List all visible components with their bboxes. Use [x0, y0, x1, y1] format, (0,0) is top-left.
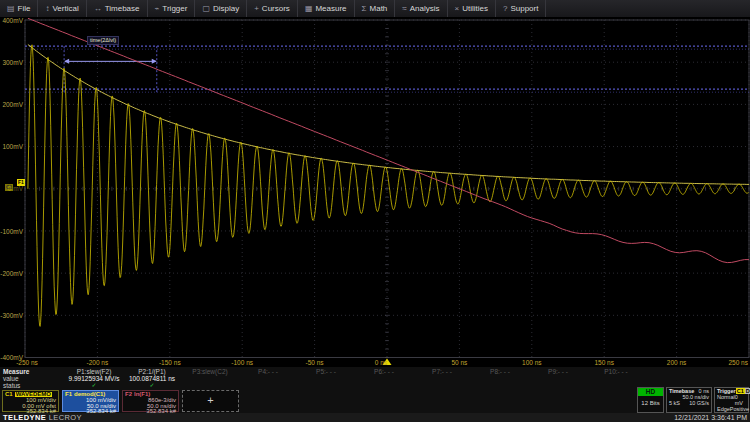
menu-math[interactable]: ΣMath: [355, 0, 396, 17]
cursor-measurement-label[interactable]: time(2Δlvl): [87, 36, 119, 45]
measure-p6-header[interactable]: P6:- - -: [355, 368, 413, 375]
menu-display[interactable]: ▢Display: [195, 0, 247, 17]
measure-p2-status: ✓: [123, 382, 181, 389]
plus-icon: +: [207, 398, 213, 403]
menu-measure-label: Measure: [315, 4, 346, 13]
trigger-icon: ⌁: [155, 5, 160, 13]
add-trace-button[interactable]: +: [182, 390, 239, 412]
waveform-display[interactable]: 400mV 300mV 200mV 100mV 0 mV -100mV -200…: [0, 17, 750, 367]
x-axis-label: 150 ns: [594, 359, 614, 366]
menu-cursors[interactable]: +Cursors: [247, 0, 298, 17]
menu-display-label: Display: [213, 4, 239, 13]
menu-support[interactable]: ?Support: [496, 0, 546, 17]
y-axis-label: 300mV: [0, 59, 23, 66]
display-icon: ▢: [202, 5, 210, 13]
measure-value-row: value 9.99125934 MV/s 100.0874811 ns: [0, 375, 750, 382]
measure-header-row: Measure P1:slew(F2) P2:1/(P1) P3:slew(C2…: [0, 368, 750, 375]
menu-math-label: Math: [370, 4, 388, 13]
measure-p2-header[interactable]: P2:1/(P1): [123, 368, 181, 375]
menu-trigger[interactable]: ⌁Trigger: [148, 0, 196, 17]
measure-p1-value: 9.99125934 MV/s: [65, 375, 123, 382]
timebase-rate: 10 GS/s: [689, 400, 709, 406]
f1-descriptor-box[interactable]: F1demod(C1) 100 mV/div 50.0 ns/div 352.8…: [62, 390, 119, 412]
x-axis-label: 250 ns: [728, 359, 748, 366]
menu-timebase-label: Timebase: [105, 4, 140, 13]
y-axis-label: -200mV: [0, 270, 23, 277]
measure-p5-header[interactable]: P5:- - -: [297, 368, 355, 375]
timebase-samples: 5 kS: [669, 400, 680, 406]
y-axis-label: 100mV: [0, 143, 23, 150]
x-axis-label: 200 ns: [667, 359, 687, 366]
menu-vertical[interactable]: ↕Vertical: [38, 0, 86, 17]
f2-log-trace: [28, 18, 749, 262]
menu-cursors-label: Cursors: [262, 4, 290, 13]
f1-zero-level-marker[interactable]: F1: [17, 179, 25, 186]
menu-support-label: Support: [510, 4, 538, 13]
brand-logo: TELEDYNE LECROY: [3, 413, 82, 422]
measure-p1-header[interactable]: P1:slew(F2): [65, 368, 123, 375]
measure-p9-header[interactable]: P9:- - -: [529, 368, 587, 375]
y-axis-label: 400mV: [0, 17, 23, 24]
menu-utilities[interactable]: ×Utilities: [448, 0, 496, 17]
measure-p10-header[interactable]: P10:- - -: [587, 368, 645, 375]
trigger-type: Edge: [717, 406, 730, 412]
measure-p4-header[interactable]: P4:- - -: [239, 368, 297, 375]
menu-measure[interactable]: ▦Measure: [298, 0, 355, 17]
analysis-icon: ≈: [402, 5, 406, 13]
trigger-box[interactable]: TriggerC1DC Normal0 mV EdgePositive: [714, 387, 749, 413]
brand-lecroy: LECROY: [49, 413, 82, 422]
x-axis-label: -50 ns: [306, 359, 324, 366]
timebase-box[interactable]: Timebase0 ns 50.0 ns/div 5 kS10 GS/s: [666, 387, 712, 413]
y-axis-label: 200mV: [0, 101, 23, 108]
trigger-slope: Positive: [730, 406, 749, 412]
x-axis-label: 0 ns: [375, 359, 387, 366]
status-row-title: status: [0, 382, 65, 389]
status-panel: Measure P1:slew(F2) P2:1/(P1) P3:slew(C2…: [0, 367, 750, 422]
x-axis-label: 50 ns: [451, 359, 467, 366]
oscilloscope-app: ▤File ↕Vertical ↔Timebase ⌁Trigger ▢Disp…: [0, 0, 750, 422]
cursor-overlay: [25, 46, 749, 92]
menu-vertical-label: Vertical: [52, 4, 78, 13]
hd-mode-box[interactable]: HD 12 Bits: [637, 387, 664, 413]
utilities-icon: ×: [455, 5, 460, 13]
f2-descriptor-box[interactable]: F2ln(F1) 860e-3/div 50.0 ns/div 352.834 …: [122, 390, 179, 412]
traces: [28, 18, 749, 326]
datetime-clock: 12/21/2021 3:36:41 PM: [674, 414, 747, 421]
x-axis-label: -200 ns: [87, 359, 109, 366]
cursors-icon: +: [254, 5, 259, 13]
timebase-icon: ↔: [94, 5, 102, 13]
c1-label: C1: [5, 392, 13, 397]
file-icon: ▤: [7, 5, 15, 13]
c1-descriptor-box[interactable]: C1WAVEDEMO 100 mV/div 0.00 mV ofst 352.8…: [2, 390, 59, 412]
graticule-and-traces: [0, 17, 750, 367]
menu-analysis-label: Analysis: [410, 4, 440, 13]
measure-p7-header[interactable]: P7:- - -: [413, 368, 471, 375]
y-axis-label: -300mV: [0, 312, 23, 319]
y-axis-label: -100mV: [0, 228, 23, 235]
menu-analysis[interactable]: ≈Analysis: [395, 0, 447, 17]
c1-zero-level-marker[interactable]: C1: [5, 184, 13, 191]
menu-trigger-label: Trigger: [162, 4, 187, 13]
measure-p1-status: ✓: [65, 382, 123, 389]
measure-icon: ▦: [305, 5, 313, 13]
support-icon: ?: [503, 5, 507, 13]
measure-p3-header[interactable]: P3:slew(C2): [181, 368, 239, 375]
measure-row-title: Measure: [0, 368, 65, 375]
hd-badge: HD: [638, 388, 663, 396]
measure-p2-value: 100.0874811 ns: [123, 375, 181, 382]
menu-file-label: File: [18, 4, 31, 13]
x-axis-label: -250 ns: [16, 359, 38, 366]
x-axis-label: -100 ns: [231, 359, 253, 366]
footer-bar: TELEDYNE LECROY 12/21/2021 3:36:41 PM: [0, 413, 750, 422]
menu-timebase[interactable]: ↔Timebase: [87, 0, 148, 17]
vertical-icon: ↕: [45, 5, 49, 13]
measure-p8-header[interactable]: P8:- - -: [471, 368, 529, 375]
value-row-title: value: [0, 375, 65, 382]
menu-utilities-label: Utilities: [462, 4, 488, 13]
menu-file[interactable]: ▤File: [0, 0, 38, 17]
c1-ringdown-trace: [28, 45, 749, 327]
x-axis-label: -150 ns: [159, 359, 181, 366]
x-axis-label: 100 ns: [522, 359, 542, 366]
hd-bits: 12 Bits: [638, 396, 663, 406]
math-icon: Σ: [362, 5, 367, 13]
